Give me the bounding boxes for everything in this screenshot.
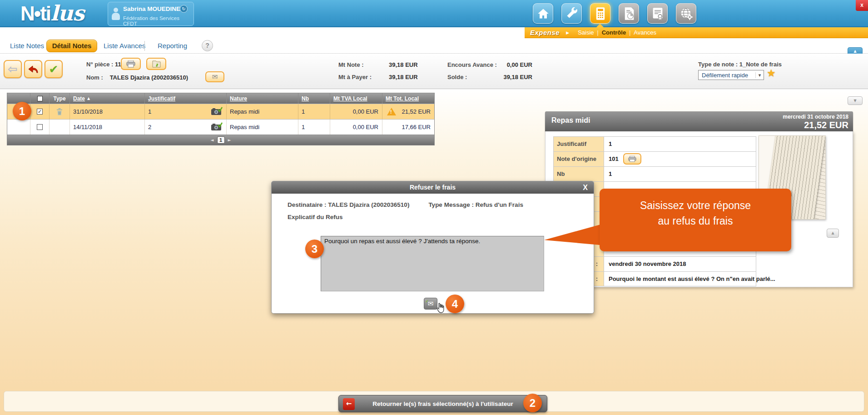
panel-scroll-down-button[interactable]: ▼: [848, 96, 863, 105]
step-3-badge: 3: [305, 240, 324, 258]
column-date[interactable]: Date▲: [69, 93, 144, 104]
dialog-explicatif-label: Explicatif du Refus: [288, 214, 343, 220]
cell-mt-tva: 0,00 EUR: [330, 104, 382, 119]
tab-reporting[interactable]: Reporting: [158, 38, 187, 54]
notilus-logo: N•tilus: [20, 1, 84, 25]
send-check-icon: ✓: [425, 299, 429, 304]
mt-a-payer-label: Mt à Payer :: [338, 74, 372, 80]
open-origin-note-button[interactable]: [623, 153, 641, 165]
dialog-titlebar[interactable]: Refuser le frais X: [272, 181, 594, 194]
column-nature[interactable]: Nature: [226, 93, 298, 104]
admin-button[interactable]: [561, 3, 582, 24]
back-button[interactable]: ⇦: [4, 60, 22, 78]
user-box[interactable]: Sabrina MOUEDINE ↻ Fédération des Servic…: [108, 2, 194, 26]
detail-date: mercredi 31 octobre 2018: [783, 114, 848, 120]
send-mail-button[interactable]: ✉: [205, 71, 224, 82]
tab-liste-avances[interactable]: Liste Avances: [104, 38, 145, 54]
favorite-star-icon[interactable]: ★: [767, 67, 776, 79]
receipt-camera-icon[interactable]: [211, 107, 223, 116]
tooltip-line2: au refus du frais: [600, 213, 791, 229]
cell-mt-total: 17,66 EUR: [382, 120, 434, 135]
module-tab-saisie[interactable]: Saisie: [578, 29, 594, 36]
pager-next-icon[interactable]: ►: [228, 138, 231, 142]
module-arrow-icon: ▶: [566, 30, 569, 35]
mt-note-value: 39,18 EUR: [389, 61, 418, 68]
table-pagination: ◄ 1 ►: [7, 135, 434, 145]
column-mt-total[interactable]: Mt Tot. Local: [382, 93, 434, 104]
expense-button[interactable]: [590, 3, 610, 24]
export-note-button[interactable]: [146, 58, 166, 70]
cell-mt-total: ! 21,52 EUR: [382, 104, 434, 119]
step-1-badge: 1: [13, 102, 31, 120]
field-note-origine-value: 101: [609, 151, 641, 166]
notilus-app: N•tilus Sabrina MOUEDINE ↻ Fédération de…: [0, 0, 868, 415]
certificate-icon: [651, 7, 664, 20]
settings-button[interactable]: [676, 3, 696, 24]
dialog-title: Refuser le frais: [410, 184, 456, 191]
user-icon: [111, 8, 120, 21]
row-checkbox[interactable]: ✓: [30, 104, 49, 119]
field-refus-date-value: vendredi 30 novembre 2018: [609, 256, 686, 271]
checkbox-checked-icon: ✓: [37, 109, 43, 115]
return-expenses-button[interactable]: Retourner le(s) frais sélectionné(s) à l…: [338, 395, 547, 412]
column-mt-tva[interactable]: Mt TVA Local: [330, 93, 382, 104]
envelope-icon: ✉: [212, 73, 218, 81]
step-4-badge: 4: [446, 295, 464, 313]
trash-icon[interactable]: [49, 104, 69, 119]
receipt-camera-icon[interactable]: [211, 122, 223, 132]
employee-name-value: TALES Djazira (2002036510): [110, 74, 188, 81]
table-row[interactable]: ✓ 31/10/2018 1: [7, 104, 434, 119]
pager-prev-icon[interactable]: ◄: [211, 138, 214, 142]
help-button[interactable]: ?: [202, 40, 213, 51]
table-row[interactable]: 14/11/2018 2 Repas midi 1 0,00 EUR 17,66…: [7, 119, 434, 135]
note-type: Type de note : 1_Note de frais: [698, 61, 782, 68]
field-nb-label: Nb: [557, 166, 565, 181]
column-type[interactable]: Type: [49, 93, 69, 104]
validate-note-button[interactable]: ✔: [45, 60, 63, 78]
detail-amount: 21,52 EUR: [804, 120, 848, 130]
home-button[interactable]: [533, 3, 553, 24]
cell-mt-tva: 0,00 EUR: [330, 120, 382, 135]
field-justificatif-value: 1: [609, 136, 612, 151]
column-justificatif[interactable]: Justificatif: [144, 93, 226, 104]
cell-date: 14/11/2018: [69, 120, 144, 135]
cell-nb: 1: [298, 120, 330, 135]
row-checkbox[interactable]: [30, 120, 49, 135]
detail-title: Repas midi: [551, 116, 590, 125]
piece-number: N° pièce : 114: [86, 61, 124, 68]
solde-value: 39,18 EUR: [491, 74, 532, 80]
cell-nature: Repas midi: [226, 120, 298, 135]
document-edit-icon: [152, 60, 161, 68]
refusal-message-textarea[interactable]: Pourquoi un repas est aussi élevé ? J'at…: [321, 236, 544, 291]
step-2-badge: 2: [523, 394, 542, 412]
close-app-button[interactable]: x: [856, 0, 868, 11]
cell-nature: Repas midi: [226, 104, 298, 119]
send-refusal-button[interactable]: ✓ ✉: [424, 298, 437, 310]
tab-liste-notes[interactable]: Liste Notes: [10, 38, 44, 54]
refresh-icon[interactable]: ↻: [180, 5, 188, 13]
scroll-mode-select[interactable]: Défilement rapide ▾: [698, 70, 764, 80]
warning-icon[interactable]: !: [387, 108, 396, 115]
field-justificatif-label: Justificatif: [557, 136, 586, 151]
certificates-button[interactable]: [647, 3, 668, 24]
panel-scroll-up-button[interactable]: ▲: [827, 229, 839, 238]
tab-detail-notes[interactable]: Détail Notes: [46, 40, 97, 52]
reject-note-button[interactable]: [24, 60, 42, 78]
back-arrow-icon: ⇦: [8, 62, 18, 76]
module-tab-controle[interactable]: Contrôle: [602, 29, 626, 36]
select-all-checkbox[interactable]: [30, 93, 49, 104]
close-icon[interactable]: X: [583, 181, 588, 194]
field-refus-comment-value: Pourquoi le montant est aussi élevé ? On…: [609, 271, 775, 286]
column-nb[interactable]: Nb: [298, 93, 330, 104]
pager-page-number[interactable]: 1: [217, 136, 225, 144]
logo-text: N•ti: [20, 2, 50, 25]
cell-nb: 1: [298, 104, 330, 119]
print-note-button[interactable]: [121, 58, 141, 70]
globe-gear-icon: [680, 7, 693, 20]
reporting-button[interactable]: [619, 3, 639, 24]
tooltip-line1: Saisissez votre réponse: [600, 198, 791, 213]
printer-icon: [628, 156, 636, 162]
user-organization: Fédération des Services CFDT: [123, 15, 193, 26]
module-tab-avances[interactable]: Avances: [634, 29, 656, 36]
field-nb-value: 1: [609, 166, 612, 181]
